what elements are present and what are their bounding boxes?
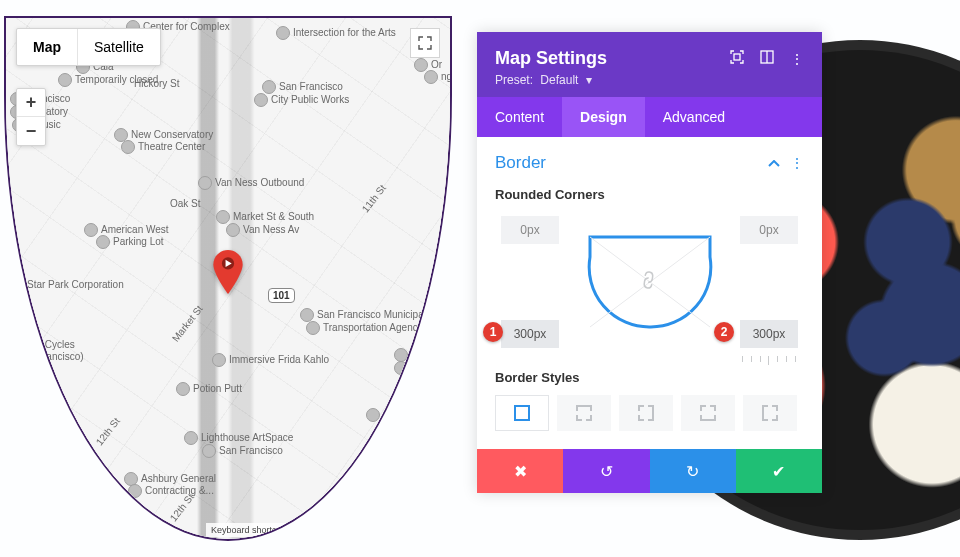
settings-panel: Map Settings Preset: Default ▾ ⋮ Content… xyxy=(477,32,822,493)
map-poi: San Francis xyxy=(394,348,452,362)
section-kebab-icon[interactable]: ⋮ xyxy=(790,155,804,171)
corner-top-left-input[interactable]: 0px xyxy=(501,216,559,244)
map-poi: Theatre Center xyxy=(121,140,205,154)
map-poi: Van Ness Av xyxy=(226,223,299,237)
kebab-menu-icon[interactable]: ⋮ xyxy=(790,51,804,67)
map-poi: Potion Putt xyxy=(176,382,242,396)
map-street-label: Hickory St xyxy=(134,78,180,89)
fullscreen-icon[interactable] xyxy=(410,28,440,58)
section-title: Border xyxy=(495,153,546,173)
map-poi: Parking Lot xyxy=(96,235,164,249)
map-module[interactable]: Center for ComplexIntersection for the A… xyxy=(4,16,452,541)
map-poi: City Public Works xyxy=(254,93,349,107)
map-poi: Market St & South xyxy=(216,210,314,224)
expand-icon[interactable] xyxy=(730,50,744,67)
border-styles-options xyxy=(495,395,804,431)
redo-button[interactable]: ↻ xyxy=(650,449,736,493)
action-bar: ✖ ↺ ↻ ✔ xyxy=(477,449,822,493)
border-style-bottom[interactable] xyxy=(681,395,735,431)
map-type-map[interactable]: Map xyxy=(17,29,78,65)
map-street-label: Oak St xyxy=(170,198,201,209)
map-poi: SF DBI xyxy=(366,408,415,422)
map-poi: Immersive Frida Kahlo xyxy=(212,353,329,367)
map-poi: Transportation Agency xyxy=(306,321,423,335)
map-poi: Van Ness Outbound xyxy=(198,176,304,190)
panel-header: Map Settings Preset: Default ▾ ⋮ xyxy=(477,32,822,97)
map-poi: San Francisco xyxy=(202,444,283,458)
map-poi: nge xyxy=(424,70,452,84)
border-styles-label: Border Styles xyxy=(495,370,804,385)
zoom-out-button[interactable]: − xyxy=(17,117,45,145)
svg-rect-1 xyxy=(734,54,740,60)
chevron-down-icon: ▾ xyxy=(586,73,592,87)
corner-preview xyxy=(580,227,720,337)
corner-top-right-input[interactable]: 0px xyxy=(740,216,798,244)
keyboard-shortcuts-link[interactable]: Keyboard shortcuts xyxy=(206,523,294,537)
map-type-controls: Map Satellite xyxy=(16,28,161,66)
tab-design[interactable]: Design xyxy=(562,97,645,137)
map-type-satellite[interactable]: Satellite xyxy=(78,29,160,65)
panel-title: Map Settings xyxy=(495,48,607,69)
tab-content[interactable]: Content xyxy=(477,97,562,137)
border-style-top[interactable] xyxy=(557,395,611,431)
corner-bottom-right-input[interactable]: 300px xyxy=(740,320,798,348)
panel-tabs: Content Design Advanced xyxy=(477,97,822,137)
save-button[interactable]: ✔ xyxy=(736,449,822,493)
map-marker[interactable] xyxy=(206,250,250,294)
zoom-controls: + − xyxy=(16,88,46,146)
columns-icon[interactable] xyxy=(760,50,774,67)
map-poi: Intersection for the Arts xyxy=(276,26,396,40)
rounded-corners-label: Rounded Corners xyxy=(495,187,804,202)
border-style-left[interactable] xyxy=(743,395,797,431)
cancel-button[interactable]: ✖ xyxy=(477,449,563,493)
value-stepper[interactable] xyxy=(742,356,796,362)
map-poi: San Francisco xyxy=(262,80,343,94)
map-poi: Lighthouse ArtSpace xyxy=(184,431,293,445)
callout-2: 2 xyxy=(714,322,734,342)
border-style-right[interactable] xyxy=(619,395,673,431)
border-style-all[interactable] xyxy=(495,395,549,431)
map-poi: San Francisco Municipal xyxy=(300,308,426,322)
map-poi: Star Park Corporation xyxy=(10,278,124,292)
map-poi: Planning De xyxy=(394,361,452,375)
preset-selector[interactable]: Preset: Default ▾ xyxy=(495,73,607,87)
corner-bottom-left-input[interactable]: 300px xyxy=(501,320,559,348)
collapse-icon[interactable] xyxy=(768,155,780,171)
map-poi: an Francisco) xyxy=(6,350,84,364)
highway-badge: 101 xyxy=(268,288,295,303)
callout-1: 1 xyxy=(483,322,503,342)
undo-button[interactable]: ↺ xyxy=(563,449,649,493)
map-poi: Contracting &... xyxy=(128,484,214,498)
section-header[interactable]: Border ⋮ xyxy=(495,153,804,173)
tab-advanced[interactable]: Advanced xyxy=(645,97,743,137)
zoom-in-button[interactable]: + xyxy=(17,89,45,117)
rounded-corners-control: 0px 0px 300px 300px 1 2 xyxy=(495,212,804,352)
